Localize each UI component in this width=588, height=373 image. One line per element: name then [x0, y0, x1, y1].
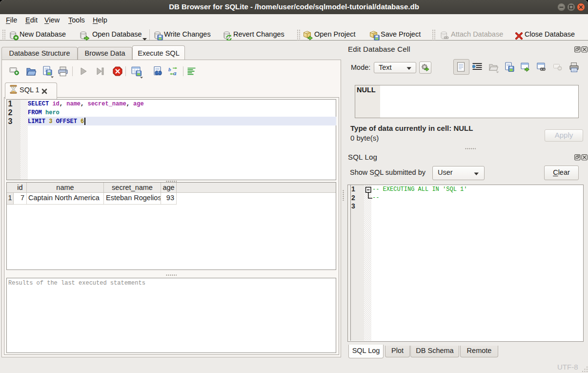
svg-text:b: b [168, 66, 171, 72]
svg-text:a: a [173, 69, 177, 76]
